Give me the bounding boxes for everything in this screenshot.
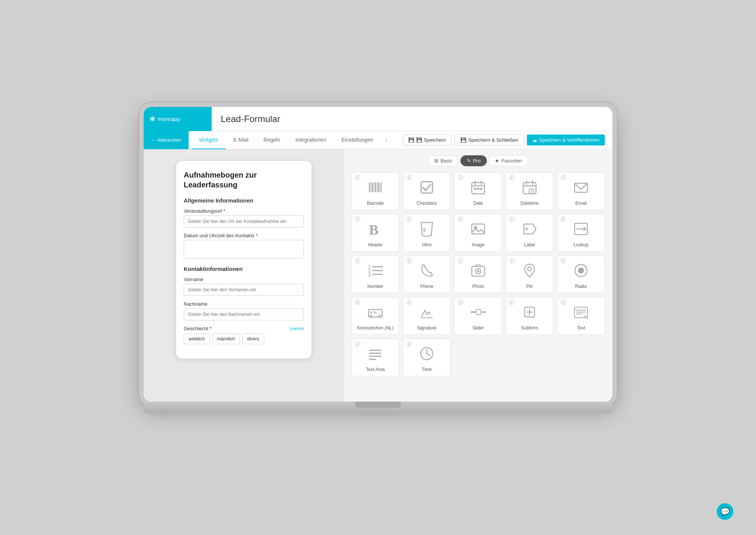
widget-pin[interactable]: i Pin	[506, 255, 553, 293]
gender-label: Geschlecht *	[184, 326, 212, 331]
favoriten-label: Favoriten	[501, 158, 522, 164]
svg-marker-57	[476, 309, 482, 315]
svg-rect-16	[480, 188, 482, 190]
html-info: i	[406, 216, 412, 222]
widget-radio[interactable]: i Radio	[557, 255, 605, 293]
checkbox-label: Checkbox	[417, 201, 437, 206]
widget-datetime[interactable]: i	[506, 172, 553, 210]
textarea-icon	[365, 343, 386, 364]
time-info: i	[406, 341, 412, 346]
barcode-label: Barcode	[367, 201, 384, 206]
widget-html[interactable]: i 5 Html	[403, 214, 451, 252]
svg-rect-45	[369, 309, 382, 317]
svg-point-47	[379, 315, 381, 317]
photo-icon	[468, 260, 488, 281]
kennzeichen-info: i	[355, 300, 360, 305]
widget-photo[interactable]: i Photo	[454, 255, 502, 293]
widget-text[interactable]: i Text	[557, 297, 605, 335]
widget-phone[interactable]: i Phone	[403, 255, 451, 293]
collapse-button[interactable]: ‹	[381, 137, 392, 144]
svg-point-56	[484, 311, 486, 313]
number-info: i	[355, 258, 360, 263]
veranstaltungsort-input[interactable]	[184, 215, 304, 227]
widget-date[interactable]: i	[454, 172, 502, 210]
radio-info: i	[561, 258, 566, 263]
publish-button[interactable]: ☁ Speichern & Veröffentlichen	[527, 135, 605, 145]
lookup-icon	[571, 219, 591, 239]
gender-row: Geschlecht * Leeren	[184, 326, 304, 331]
pin-label: Pin	[526, 284, 533, 289]
svg-rect-15	[477, 188, 479, 190]
svg-point-30	[525, 228, 528, 230]
widget-slider[interactable]: i Slider	[454, 297, 502, 335]
tab-basic[interactable]: ⊞ Basic	[428, 155, 459, 166]
datetime-info: i	[509, 175, 514, 180]
nachname-input[interactable]	[184, 308, 304, 320]
form-title: Aufnahmebogen zur Leaderfassung	[184, 170, 304, 190]
publish-icon: ☁	[532, 137, 537, 143]
basic-icon: ⊞	[434, 158, 438, 164]
widget-time[interactable]: i Time	[403, 339, 451, 376]
gender-divers[interactable]: divers	[242, 334, 264, 344]
svg-point-44	[578, 268, 584, 274]
html-icon: 5	[417, 219, 437, 239]
widget-email[interactable]: i Email	[557, 172, 605, 210]
slider-label: Slider	[472, 325, 484, 331]
widget-signature[interactable]: i Signature	[403, 297, 451, 335]
text-label: Text	[577, 325, 585, 331]
svg-rect-7	[380, 182, 381, 192]
phone-mockup: Aufnahmebogen zur Leaderfassung Allgemei…	[176, 161, 312, 359]
slider-icon	[468, 302, 488, 322]
widget-image[interactable]: i Image	[454, 214, 502, 252]
save-button[interactable]: 💾 💾 Speichern	[403, 135, 451, 145]
header-icon: B	[365, 219, 386, 239]
gender-mannlich[interactable]: männlich	[212, 334, 240, 344]
tab-email[interactable]: E-Mail	[226, 131, 256, 149]
svg-point-55	[471, 311, 473, 313]
leeren-link[interactable]: Leeren	[290, 326, 304, 331]
back-button[interactable]: ← Abbrechen	[144, 131, 189, 149]
email-label: Email	[575, 201, 587, 206]
save-close-label: Speichern & Schließen	[468, 137, 518, 143]
tab-integrationen[interactable]: Integrationen	[288, 131, 334, 149]
save-close-button[interactable]: 💾 Speichern & Schließen	[455, 135, 524, 145]
widget-number[interactable]: i 1 2 3 Num	[352, 255, 399, 293]
widget-textarea[interactable]: i Text Area	[352, 339, 399, 376]
tab-einstellungen[interactable]: Einstellungen	[334, 131, 381, 149]
widget-barcode[interactable]: i	[352, 172, 399, 210]
nachname-label: Nachname	[184, 301, 304, 307]
widget-label[interactable]: i Label	[506, 214, 553, 252]
favoriten-icon: ★	[495, 158, 499, 164]
pro-icon: ✎	[467, 158, 471, 164]
subform-label: Subform	[521, 325, 538, 331]
tab-favoriten[interactable]: ★ Favoriten	[488, 155, 528, 166]
widget-subform[interactable]: i Subform	[506, 297, 553, 335]
barcode-icon	[365, 177, 386, 198]
gender-weiblich[interactable]: weiblich	[184, 334, 210, 344]
datum-field: Datum und Uhrzeit des Kontakts *	[184, 233, 304, 260]
svg-rect-5	[377, 182, 378, 192]
veranstaltungsort-label: Veranstaltungsort *	[184, 208, 304, 214]
widget-checkbox[interactable]: i Checkbox	[403, 172, 451, 210]
datetime-label: Datetime	[521, 201, 539, 206]
tab-widgets[interactable]: Widgets	[192, 131, 226, 149]
lookup-label: Lookup	[573, 242, 588, 247]
textarea-info: i	[355, 341, 360, 346]
widget-kennzeichen[interactable]: i	[352, 297, 399, 335]
nav-actions: 💾 💾 Speichern 💾 Speichern & Schließen ☁ …	[403, 135, 612, 145]
kennzeichen-label: Kennzeichen (NL)	[357, 325, 393, 331]
email-info: i	[561, 175, 566, 180]
svg-point-42	[528, 267, 531, 271]
widget-lookup[interactable]: i Lookup	[557, 214, 605, 252]
publish-label: Speichern & Veröffentlichen	[539, 137, 600, 143]
nachname-field: Nachname	[184, 301, 304, 320]
text-info: i	[561, 300, 566, 305]
phone-info: i	[406, 258, 412, 263]
datum-input[interactable]	[184, 240, 304, 259]
signature-info: i	[406, 300, 412, 305]
widget-header[interactable]: i B Header	[352, 214, 399, 252]
vorname-input[interactable]	[184, 284, 304, 296]
tab-pro[interactable]: ✎ Pro	[460, 155, 487, 166]
app-container: ❋ moreapp Lead-Formular ← Abbrechen Widg…	[144, 107, 612, 402]
tab-regeln[interactable]: Regeln	[256, 131, 288, 149]
